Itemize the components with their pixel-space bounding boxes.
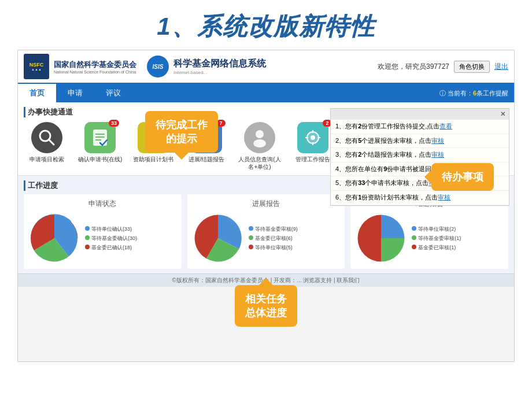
svg-point-16	[253, 139, 266, 147]
nav-item-review[interactable]: 评议	[94, 84, 132, 102]
chart3-legend: 等待单位审核(2) 等待基金委审核(1) 基金委已审核(1)	[412, 224, 461, 253]
svg-point-18	[311, 135, 315, 140]
callout-todo: 待办事项	[431, 163, 494, 191]
chart2-pie	[192, 212, 244, 264]
nav-reminder: ⓘ 当前有：6条工作提醒	[439, 89, 514, 98]
chart2-content: 等待基金委审核(9) 基金委已审核(6) 等待单位审核(5)	[192, 212, 341, 264]
person-icon	[249, 127, 270, 148]
reminder-count: 6	[473, 90, 476, 97]
legend-item: 基金委已审核(6)	[249, 234, 298, 243]
legend-item: 等待基金委确认(30)	[85, 234, 137, 243]
sys-nav: 首页 申请 评议 ⓘ 当前有：6条工作提醒	[18, 84, 514, 102]
page-title: 1、系统改版新特性	[0, 0, 532, 50]
chart3-pie	[355, 212, 407, 264]
chart2-title: 进展报告	[192, 199, 341, 209]
quick-icon-search-label: 申请项目检索	[29, 156, 64, 163]
confirm-icon	[90, 127, 110, 148]
legend-item: 基金委已确认(18)	[85, 243, 137, 252]
header-right: 欢迎您，研究员397727 角色切换 退出	[378, 61, 508, 73]
notif-close-button[interactable]: ✕	[500, 110, 505, 118]
sys-name-en: Internet-based...	[173, 70, 266, 75]
svg-line-1	[49, 140, 54, 145]
role-switch-button[interactable]: 角色切换	[454, 61, 490, 73]
logo-area: NSFC ▲▲▲ 国家自然科学基金委员会 National Natural Sc…	[24, 54, 266, 79]
sys-header: NSFC ▲▲▲ 国家自然科学基金委员会 National Natural Sc…	[18, 50, 514, 84]
system-screenshot: NSFC ▲▲▲ 国家自然科学基金委员会 National Natural Sc…	[17, 50, 515, 362]
quick-icon-progress-label: 进展/结题报告	[189, 156, 225, 163]
logout-link[interactable]: 退出	[494, 62, 508, 72]
notif-item-3: 3、您有2个结题报告未审核，点击审核	[331, 148, 509, 162]
quick-icon-person[interactable]: 人员信息查询(人名+单位)	[237, 122, 283, 171]
chart-apply-status: 申请状态	[24, 194, 182, 269]
chart1-pie	[28, 212, 80, 264]
chart1-legend: 等待单位确认(33) 等待基金委确认(30) 基金委已确认(18)	[85, 224, 137, 253]
notif-item-6: 6、您有1份资助计划书未审核，点击审核	[331, 191, 509, 205]
manage-icon	[302, 127, 323, 148]
chart-progress-report: 进展报告 等待基金委审核(9) 基金委已审核(6) 等待单位审核(5)	[187, 194, 345, 269]
notif-header: ✕	[331, 109, 509, 120]
quick-icon-confirm-label: 确认申请书(在线)	[78, 156, 123, 163]
quick-icon-manage-label: 管理工作报告	[295, 156, 330, 163]
quick-icon-manage[interactable]: 2 管理工作报告	[290, 122, 336, 171]
confirm-badge: 33	[109, 120, 119, 127]
quick-icon-confirm[interactable]: 33 确认申请书(在线)	[77, 122, 123, 171]
legend-item: 等待单位审核(5)	[249, 243, 298, 252]
chart1-content: 等待单位确认(33) 等待基金委确认(30) 基金委已确认(18)	[28, 212, 177, 264]
legend-item: 基金委已审核(1)	[412, 243, 461, 252]
sys-name-cn: 科学基金网络信息系统	[173, 58, 266, 70]
nsfc-logo: NSFC ▲▲▲	[24, 54, 49, 79]
notif-item-1: 1、您有2份管理工作报告待提交,点击查看	[331, 120, 509, 134]
chart3-content: 等待单位审核(2) 等待基金委审核(1) 基金委已审核(1)	[355, 212, 504, 264]
notification-panel: ✕ 1、您有2份管理工作报告待提交,点击查看 2、您有5个进展报告未审核，点击审…	[330, 108, 509, 206]
callout-pending-work: 待完成工作的提示	[145, 111, 218, 153]
org-name: 国家自然科学基金委员会 National Natural Science Fou…	[54, 60, 136, 74]
legend-item: 等待基金委审核(1)	[412, 234, 461, 243]
welcome-text: 欢迎您，研究员397727	[378, 62, 449, 72]
svg-point-15	[256, 130, 264, 138]
org-name-cn: 国家自然科学基金委员会	[54, 60, 136, 70]
nav-item-apply[interactable]: 申请	[56, 84, 94, 102]
callout-tasks-progress: 相关任务总体进度	[235, 285, 297, 327]
isis-logo: ISIS	[147, 56, 169, 77]
legend-item: 等待单位确认(33)	[85, 224, 137, 234]
org-name-en: National Natural Science Foundation of C…	[54, 70, 136, 74]
quick-icon-person-label: 人员信息查询(人名+单位)	[237, 156, 283, 171]
nav-item-home[interactable]: 首页	[18, 84, 56, 102]
search-icon	[36, 127, 57, 148]
quick-icon-search[interactable]: 申请项目检索	[24, 122, 70, 171]
chart1-title: 申请状态	[28, 199, 177, 209]
legend-item: 等待单位审核(2)	[412, 224, 461, 234]
quick-icon-fund-label: 资助项目计划书	[133, 156, 173, 163]
legend-item: 等待基金委审核(9)	[249, 224, 298, 234]
chart2-legend: 等待基金委审核(9) 基金委已审核(6) 等待单位审核(5)	[249, 224, 298, 253]
sys-name-area: 科学基金网络信息系统 Internet-based...	[173, 58, 266, 75]
notif-item-2: 2、您有5个进展报告未审核，点击审核	[331, 134, 509, 149]
